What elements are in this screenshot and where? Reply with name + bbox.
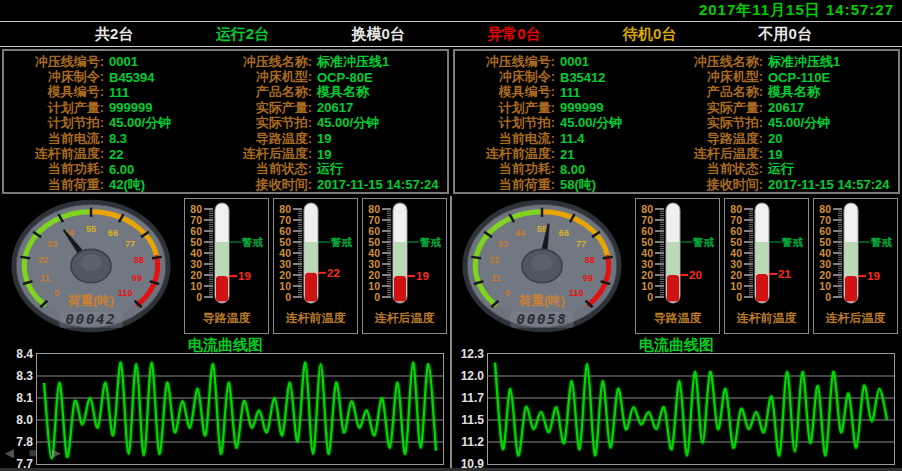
thermo-tick-label: 30	[279, 258, 291, 270]
back-icon[interactable]: ◄	[2, 444, 17, 461]
info-value: 45.00/分钟	[560, 114, 622, 132]
gauge-tick	[20, 257, 30, 258]
info-value: 111	[560, 85, 580, 100]
gauge-unit-label: 荷重(吨)	[518, 294, 565, 308]
info-row-item: 当前荷重:58(吨)	[459, 177, 667, 192]
status-item-1: 共2台	[95, 25, 133, 44]
forward-icon[interactable]: ►	[49, 444, 64, 461]
info-value: 标准冲压线1	[317, 53, 389, 71]
thermo-red-fill	[305, 273, 317, 302]
thermo-tick-label: 30	[190, 258, 202, 270]
machine-1-current-chart: 电流曲线图8.48.38.18.07.87.7	[0, 336, 451, 471]
thermo-value: 19	[238, 270, 251, 282]
thermo-green-zone	[394, 242, 406, 276]
info-row-item: 冲床机型:OCP-80E	[216, 69, 447, 84]
thermometer-连杆后温度: 01020304050607080警戒19连杆后温度	[362, 198, 447, 334]
center-divider	[450, 196, 452, 468]
thermo-tick-label: 10	[190, 280, 202, 292]
info-column: 冲压线编号:0001冲床制令:B35412模具编号:111计划产量:999999…	[459, 54, 667, 192]
thermo-value: 21	[778, 268, 791, 280]
info-value: 标准冲压线1	[768, 53, 840, 71]
thermo-tick-label: 60	[368, 225, 380, 237]
info-value: 111	[109, 85, 129, 100]
status-item-6: 不用0台	[759, 25, 812, 44]
info-row-item: 导路温度:19	[216, 131, 447, 146]
thermo-red-fill	[756, 274, 768, 302]
thermo-tick-label: 0	[196, 291, 202, 303]
odometer-value: 00042	[66, 311, 117, 327]
info-row-item: 实际节拍:45.00/分钟	[216, 116, 447, 131]
thermo-tick-label: 40	[641, 247, 653, 259]
status-item-4: 异常0台	[487, 25, 540, 44]
thermo-tick-label: 20	[641, 269, 653, 281]
thermo-tick-label: 50	[190, 236, 202, 248]
info-value: 20617	[768, 100, 804, 115]
info-value: 42(吨)	[109, 176, 145, 194]
odometer-value: 00058	[517, 311, 568, 327]
chart-ytick-label: 11.7	[461, 392, 484, 404]
info-row-item: 当前功耗:8.00	[459, 162, 667, 177]
thermo-tick-label: 0	[285, 291, 291, 303]
thermo-tick-label: 80	[730, 203, 742, 215]
thermometer-svg: 01020304050607080警戒19	[814, 199, 897, 311]
thermo-green-zone	[756, 242, 768, 274]
gauge-scale-label: 99	[583, 273, 593, 283]
thermo-tick-label: 80	[819, 203, 831, 215]
info-value: 45.00/分钟	[317, 114, 379, 132]
info-row-item: 连杆前温度:21	[459, 146, 667, 161]
status-item-2: 运行2台	[216, 25, 269, 44]
thermo-red-fill	[394, 276, 406, 301]
current-curve-glow	[44, 363, 436, 459]
thermo-tick-label: 10	[819, 280, 831, 292]
status-item-5: 待机0台	[623, 25, 676, 44]
gauge-scale-label: 33	[498, 239, 508, 249]
chart-ytick-label: 12.3	[461, 348, 484, 360]
info-row-item: 接收时间:2017-11-15 14:57:24	[667, 177, 898, 192]
gauge-tick	[471, 257, 481, 258]
info-row-item: 当前荷重:42(吨)	[8, 177, 216, 192]
thermometer-导路温度: 01020304050607080警戒19导路温度	[184, 198, 269, 334]
thermo-tick-label: 40	[819, 247, 831, 259]
thermo-tick-label: 60	[819, 225, 831, 237]
gauge-scale-label: 0	[54, 288, 59, 298]
thermo-tick-label: 10	[368, 280, 380, 292]
gauge-hub-sheen	[80, 254, 102, 271]
thermo-tick-label: 60	[641, 225, 653, 237]
thermo-name-label: 导路温度	[654, 311, 702, 326]
gauge-scale-label: 55	[86, 224, 96, 234]
thermometer-svg: 01020304050607080警戒21	[725, 199, 808, 311]
info-row-item: 计划产量:999999	[8, 100, 216, 115]
thermo-tick-label: 70	[819, 214, 831, 226]
thermo-tick-label: 20	[190, 269, 202, 281]
info-value: 模具名称	[768, 83, 820, 101]
info-row-item: 冲压线编号:0001	[8, 54, 216, 69]
thermo-tick-label: 60	[190, 225, 202, 237]
gauge-scale-label: 22	[38, 255, 48, 265]
info-label: 接收时间:	[667, 176, 763, 194]
info-row-item: 连杆后温度:19	[667, 146, 898, 161]
info-row-item: 计划节拍:45.00/分钟	[459, 116, 667, 131]
info-row-item: 冲压线编号:0001	[459, 54, 667, 69]
thermo-warn-label: 警戒	[692, 236, 715, 248]
chart-ytick-label: 8.0	[16, 414, 33, 426]
thermo-name-label: 连杆后温度	[826, 311, 886, 326]
gauge-scale-label: 110	[118, 288, 133, 298]
info-value: OCP-110E	[768, 70, 830, 85]
info-row: 冲压线编号:0001冲床制令:B45394模具编号:111计划产量:999999…	[0, 49, 902, 194]
info-row-item: 模具编号:111	[459, 85, 667, 100]
thermo-warn-label: 警戒	[330, 236, 353, 248]
thermo-tick-label: 20	[730, 269, 742, 281]
gauge-scale-label: 33	[47, 239, 57, 249]
gauge-tick	[152, 257, 162, 258]
gauge-scale-label: 66	[108, 228, 118, 238]
info-row-item: 产品名称:模具名称	[216, 85, 447, 100]
info-row-item: 当前电流:8.3	[8, 131, 216, 146]
thermo-tick-label: 70	[190, 214, 202, 226]
info-row-item: 当前状态:运行	[667, 162, 898, 177]
thermo-tick-label: 70	[279, 214, 291, 226]
thermo-tick-label: 10	[730, 280, 742, 292]
info-row-item: 冲压线名称:标准冲压线1	[667, 54, 898, 69]
thermo-tick-label: 0	[647, 291, 653, 303]
thermo-name-label: 连杆前温度	[286, 311, 346, 326]
plot-wrap: 8.48.38.18.07.87.7	[4, 353, 451, 465]
